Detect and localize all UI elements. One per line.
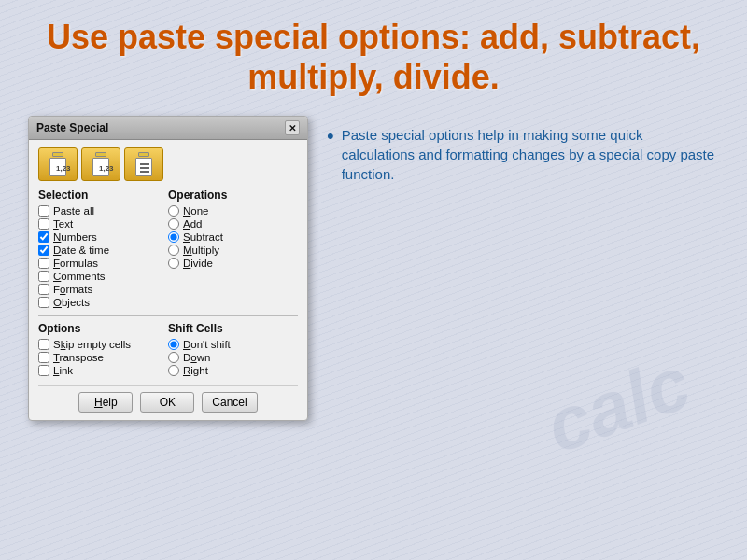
dialog-body: 1,23 1,23 — [29, 140, 307, 420]
operations-section: Operations None Add Subtract — [168, 189, 298, 310]
dialog-close-button[interactable]: ✕ — [285, 120, 300, 135]
op-none-radio[interactable] — [168, 205, 179, 217]
dialog-titlebar: Paste Special ✕ — [29, 117, 307, 140]
main-sections: Selection Paste all Text Numbers — [38, 189, 298, 310]
paste-values-button[interactable]: 1,23 — [81, 147, 120, 181]
bullet-item: • Paste special options help in making s… — [327, 125, 719, 184]
opt-transpose-checkbox[interactable] — [38, 352, 49, 363]
sel-numbers: Numbers — [38, 231, 168, 243]
sel-numbers-checkbox[interactable] — [38, 231, 49, 243]
sel-formats-checkbox[interactable] — [38, 284, 49, 295]
sel-date-time: Date & time — [38, 245, 168, 256]
sel-formats: Formats — [38, 284, 168, 295]
sel-formulas: Formulas — [38, 258, 168, 269]
sel-paste-all-checkbox[interactable] — [38, 205, 49, 217]
opt-skip-empty-checkbox[interactable] — [38, 339, 49, 350]
sel-comments-checkbox[interactable] — [38, 271, 49, 282]
sel-text: Text — [38, 218, 168, 230]
op-subtract-radio[interactable] — [168, 231, 179, 243]
op-add-radio[interactable] — [168, 218, 179, 230]
cancel-button[interactable]: Cancel — [202, 392, 257, 413]
op-add: Add — [168, 218, 298, 230]
shift-cells-title: Shift Cells — [168, 322, 298, 335]
toolbar: 1,23 1,23 — [38, 147, 298, 181]
op-none: None — [168, 205, 298, 217]
paste-all-button[interactable]: 1,23 — [38, 147, 78, 181]
shift-down: Down — [168, 352, 298, 363]
slide-title: Use paste special options: add, subtract… — [0, 0, 747, 106]
sel-paste-all: Paste all — [38, 205, 168, 217]
sel-text-checkbox[interactable] — [38, 218, 49, 230]
opt-link-checkbox[interactable] — [38, 365, 49, 376]
opt-skip-empty: Skip empty cells — [38, 339, 168, 350]
shift-dont-radio[interactable] — [168, 339, 179, 350]
paste-special-dialog: Paste Special ✕ 1,23 — [28, 116, 308, 421]
op-divide: Divide — [168, 258, 298, 269]
dialog-button-row: Help OK Cancel — [38, 385, 298, 413]
info-panel: • Paste special options help in making s… — [327, 116, 719, 184]
sel-objects: Objects — [38, 297, 168, 308]
op-subtract: Subtract — [168, 231, 298, 243]
bullet-text: Paste special options help in making som… — [342, 125, 719, 184]
shift-right-radio[interactable] — [168, 365, 179, 376]
selection-title: Selection — [38, 189, 168, 202]
operations-title: Operations — [168, 189, 298, 202]
sel-formulas-checkbox[interactable] — [38, 258, 49, 269]
sel-objects-checkbox[interactable] — [38, 297, 49, 308]
sel-comments: Comments — [38, 271, 168, 282]
dialog-title: Paste Special — [36, 121, 108, 134]
op-multiply-radio[interactable] — [168, 245, 179, 256]
options-section: Options Skip empty cells Transpose Link — [38, 322, 168, 378]
sel-date-time-checkbox[interactable] — [38, 245, 49, 256]
selection-section: Selection Paste all Text Numbers — [38, 189, 168, 310]
paste-formats-button[interactable] — [124, 147, 163, 181]
op-multiply: Multiply — [168, 245, 298, 256]
options-title: Options — [38, 322, 168, 335]
shift-dont: Don't shift — [168, 339, 298, 350]
bullet-dot: • — [327, 122, 334, 184]
ok-button[interactable]: OK — [140, 392, 194, 413]
op-divide-radio[interactable] — [168, 258, 179, 269]
opt-transpose: Transpose — [38, 352, 168, 363]
help-button[interactable]: Help — [78, 392, 133, 413]
shift-right: Right — [168, 365, 298, 376]
opt-link: Link — [38, 365, 168, 376]
options-row: Options Skip empty cells Transpose Link — [38, 322, 298, 378]
shift-down-radio[interactable] — [168, 352, 179, 363]
shift-cells-section: Shift Cells Don't shift Down Right — [168, 322, 298, 378]
